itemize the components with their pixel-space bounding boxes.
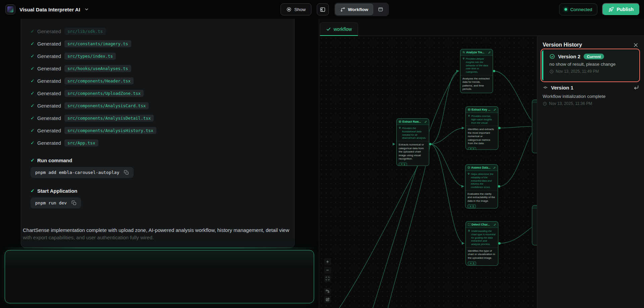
file-path-chip: src/lib/sdk.ts: [64, 28, 106, 35]
file-path-chip: src/types/index.ts: [64, 53, 116, 60]
node-run-count: 1: [473, 262, 474, 264]
file-path-chip: src/hooks/useAnalyses.ts: [64, 65, 131, 72]
chat-input-container: [5, 250, 314, 303]
zoom-out-button[interactable]: [324, 267, 331, 273]
generated-label: Generated: [37, 103, 61, 109]
node-hint-text: Provides deeper insights into the behavi…: [466, 57, 491, 74]
version-2-highlight-box: Version 2 Current no show of result, ple…: [541, 49, 640, 82]
file-path-chip: src/components/AnalysisDetail.tsx: [64, 115, 154, 122]
node-run-badge: 1: [468, 147, 476, 150]
workflow-node-analyze-trends[interactable]: Analyze Tre... Provides deeper insights …: [460, 49, 493, 93]
node-description: Identifies and extracts the most importa…: [466, 126, 498, 147]
edit-canvas-button[interactable]: [324, 296, 331, 303]
check-icon: ✓: [31, 103, 37, 108]
topbar-actions: Connected Publish: [559, 0, 640, 19]
generated-label: Generated: [37, 115, 61, 121]
version-name: Version 1: [551, 85, 574, 90]
eye-icon: [286, 7, 292, 12]
version-timestamp: Nov 13, 2025, 11:49 PM: [556, 69, 599, 74]
panel-toggle-button[interactable]: [317, 3, 329, 15]
generated-file-row: ✓ Generated src/components/UploadZone.ts…: [31, 90, 286, 97]
show-button[interactable]: Show: [281, 3, 311, 15]
version-1-item[interactable]: Version 1 Workflow initialization comple…: [537, 83, 644, 106]
workflow-node-extract-key[interactable]: Extract Key ... Provides concise, high-v…: [465, 106, 498, 150]
tidy-layout-button[interactable]: [324, 288, 331, 295]
generated-label: Generated: [37, 78, 61, 84]
copy-button[interactable]: [71, 200, 77, 205]
magnifier-icon: [462, 51, 465, 54]
edit-pencil-icon[interactable]: [494, 224, 496, 226]
node-hint: Helps determine the reliability of the e…: [465, 171, 498, 190]
check-icon: [326, 27, 331, 32]
table-icon: [468, 108, 470, 111]
start-application-code-block: pnpm run dev: [31, 197, 81, 208]
app-logo[interactable]: [5, 4, 15, 14]
generated-label: Generated: [37, 140, 61, 146]
tab-workflow[interactable]: workflow: [320, 22, 358, 36]
workflow-node-extract-raw[interactable]: Extract Raw... Provides the foundational…: [396, 118, 429, 166]
node-title: Assess Data...: [471, 166, 492, 169]
workflow-segment-label: Workflow: [348, 7, 368, 12]
zoom-in-button[interactable]: [324, 258, 331, 265]
publish-button[interactable]: Publish: [602, 3, 640, 16]
node-header: Assess Data...: [465, 165, 498, 171]
generated-file-row: ✓ Generated src/components/Header.tsx: [31, 77, 286, 84]
connection-status[interactable]: Connected: [559, 3, 597, 15]
clock-icon: [543, 102, 547, 106]
node-hint-text: Provides the foundational data needed fo…: [402, 127, 427, 140]
version-history-title: Version History: [543, 42, 582, 48]
node-run-badge: 1: [468, 261, 476, 265]
generated-label: Generated: [37, 66, 61, 71]
fit-view-button[interactable]: [324, 275, 331, 282]
node-hint: Provides the foundational data needed fo…: [397, 125, 429, 141]
preview-view-segment[interactable]: [373, 4, 388, 15]
workflow-node-detect-chart[interactable]: Detect Char... Understanding the chart t…: [465, 221, 498, 266]
connected-dot-icon: [564, 8, 567, 11]
node-header: Detect Char...: [466, 222, 498, 228]
node-run-badge: 1: [399, 163, 407, 166]
app-root: Visual Data Interpreter AI Show: [0, 0, 644, 308]
file-path-chip: src/components/Header.tsx: [64, 77, 134, 84]
version-name: Version 2: [558, 54, 581, 59]
tab-workflow-label: workflow: [334, 26, 352, 32]
version-2-item[interactable]: Version 2 Current no show of result, ple…: [542, 50, 639, 81]
close-button[interactable]: [633, 42, 639, 48]
check-icon: ✓: [31, 115, 37, 121]
generated-file-row: ✓ Generated src/components/AnalysisHisto…: [31, 127, 286, 134]
check-icon: ✓: [31, 90, 37, 96]
edit-pencil-icon[interactable]: [494, 109, 496, 111]
workflow-node-assess-data[interactable]: Assess Data... Helps determine the relia…: [465, 164, 498, 208]
lightbulb-icon: [468, 230, 470, 246]
copy-button[interactable]: [124, 170, 129, 175]
check-icon: ✓: [31, 28, 37, 34]
run-command-heading: ✓ Run command: [31, 157, 286, 164]
generated-label: Generated: [37, 41, 61, 47]
node-hint-text: Helps determine the reliability of the e…: [471, 173, 496, 189]
generated-file-row: ✓ Generated src/components/AnalysisCard.…: [31, 102, 286, 109]
table-icon: [399, 120, 401, 123]
lightbulb-icon: [467, 173, 470, 189]
version-note: Workflow initialization complete: [543, 94, 639, 99]
check-icon: ✓: [31, 140, 37, 145]
node-title: Detect Char...: [472, 223, 493, 226]
topbar: Visual Data Interpreter AI Show: [0, 0, 644, 19]
sidebar-toggle-icon: [320, 7, 326, 12]
edit-pencil-icon[interactable]: [488, 51, 491, 54]
canvas-controls: [324, 258, 331, 303]
edit-pencil-icon[interactable]: [493, 167, 496, 169]
view-switcher: Workflow: [334, 3, 389, 16]
workflow-view-segment[interactable]: Workflow: [335, 4, 374, 15]
node-run-count: 1: [473, 205, 474, 207]
lightbulb-icon: [399, 127, 401, 140]
restore-version-button[interactable]: [634, 85, 639, 90]
project-menu[interactable]: Visual Data Interpreter AI: [5, 0, 89, 19]
node-header: Analyze Tre...: [460, 49, 493, 56]
rocket-icon: [608, 7, 614, 12]
generated-file-row: ✓ Generated src/types/index.ts: [31, 53, 286, 59]
check-icon: ✓: [31, 128, 37, 133]
summary-text-line2: with export capabilities, and user authe…: [23, 234, 301, 241]
edit-pencil-icon[interactable]: [425, 121, 427, 123]
chat-input[interactable]: [5, 250, 314, 303]
chevron-down-icon[interactable]: [84, 7, 89, 12]
node-description: Analyzes the extracted data for trends, …: [460, 75, 493, 93]
